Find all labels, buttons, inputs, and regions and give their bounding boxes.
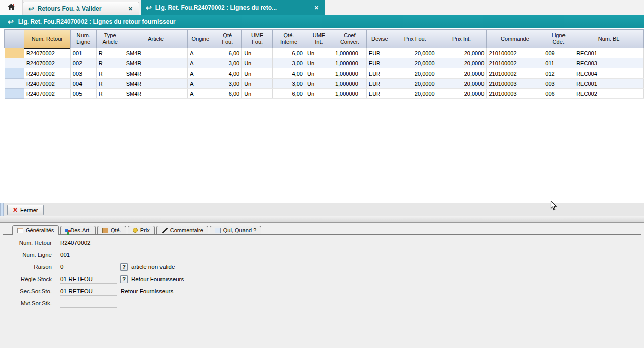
tab-commentaire[interactable]: Commentaire xyxy=(156,226,208,234)
cell[interactable]: 003 xyxy=(543,79,574,89)
cell[interactable]: 20,0000 xyxy=(393,79,437,89)
cell[interactable]: A xyxy=(188,48,213,58)
cell[interactable]: 1,000000 xyxy=(333,79,366,89)
cell[interactable]: R xyxy=(96,89,124,99)
column-header[interactable]: Commande xyxy=(487,30,543,48)
cell[interactable]: 20,0000 xyxy=(393,68,437,79)
cell[interactable]: 006 xyxy=(543,89,574,99)
cell[interactable]: 1,000000 xyxy=(333,48,366,58)
column-header[interactable]: Type Article xyxy=(96,30,124,48)
cell[interactable]: 210100002 xyxy=(487,48,543,58)
field-value[interactable]: 01-RETFOU xyxy=(60,275,117,284)
close-icon[interactable]: ✕ xyxy=(313,5,320,11)
cell[interactable]: SM4R xyxy=(124,68,188,79)
cell[interactable]: 6,00 xyxy=(213,48,242,58)
column-header[interactable]: Article xyxy=(124,30,188,48)
cell[interactable]: 3,00 xyxy=(273,79,305,89)
cell[interactable]: R24070002 xyxy=(24,48,70,58)
column-header[interactable]: UME Int. xyxy=(305,30,333,48)
column-header[interactable]: Prix Fou. xyxy=(393,30,437,48)
cell[interactable]: Un xyxy=(242,79,273,89)
cell[interactable]: 20,0000 xyxy=(393,58,437,68)
cell[interactable]: 009 xyxy=(543,48,574,58)
cell[interactable]: 1,000000 xyxy=(333,58,366,68)
cell[interactable]: R24070002 xyxy=(24,58,70,68)
row-selector[interactable] xyxy=(5,89,24,99)
cell[interactable]: EUR xyxy=(366,68,393,79)
tab-des-art[interactable]: Des.Art. xyxy=(60,226,96,234)
tab-retours-a-valider[interactable]: ↩ Retours Fou. à Valider ✕ xyxy=(23,2,139,15)
cell[interactable]: 011 xyxy=(543,58,574,68)
column-header[interactable]: Coef Conver. xyxy=(333,30,366,48)
cell[interactable]: REC001 xyxy=(574,48,644,58)
cell[interactable]: 20,0000 xyxy=(393,89,437,99)
cell[interactable]: Un xyxy=(305,79,333,89)
tab-qui-quand[interactable]: Qui, Quand ? xyxy=(210,226,261,234)
cell[interactable]: SM4R xyxy=(124,79,188,89)
field-value[interactable]: 0 xyxy=(60,263,117,271)
tab-generalites[interactable]: Généralités xyxy=(12,225,59,235)
cell[interactable]: 20,0000 xyxy=(393,48,437,58)
cell[interactable]: A xyxy=(188,79,213,89)
column-header[interactable]: Num. Retour xyxy=(24,30,70,48)
cell[interactable]: Un xyxy=(242,58,273,68)
cell[interactable]: R xyxy=(96,58,124,68)
cell[interactable]: 20,0000 xyxy=(437,89,487,99)
cell[interactable]: EUR xyxy=(366,89,393,99)
column-header[interactable]: UME Fou. xyxy=(242,30,273,48)
cell[interactable]: A xyxy=(188,58,213,68)
column-header[interactable]: Num. BL xyxy=(574,30,644,48)
cell[interactable]: R24070002 xyxy=(24,89,70,99)
cell[interactable]: Un xyxy=(305,89,333,99)
cell[interactable]: 210100003 xyxy=(487,89,543,99)
cell[interactable]: REC002 xyxy=(574,89,644,99)
cell[interactable]: 1,000000 xyxy=(333,89,366,99)
cell[interactable]: EUR xyxy=(366,58,393,68)
column-header[interactable]: Ligne Cde. xyxy=(543,30,574,48)
field-value[interactable] xyxy=(60,299,117,308)
field-value[interactable]: 01-RETFOU xyxy=(60,287,117,296)
row-selector[interactable] xyxy=(5,48,24,58)
cell[interactable]: 3,00 xyxy=(213,58,242,68)
cell[interactable]: R xyxy=(96,79,124,89)
cell[interactable]: REC003 xyxy=(574,58,644,68)
cell[interactable]: Un xyxy=(242,68,273,79)
column-header[interactable]: Origine xyxy=(188,30,213,48)
column-header[interactable]: Devise xyxy=(366,30,393,48)
cell[interactable]: 20,0000 xyxy=(437,48,487,58)
row-selector[interactable] xyxy=(5,68,24,79)
cell[interactable]: EUR xyxy=(366,79,393,89)
close-icon[interactable]: ✕ xyxy=(127,6,134,12)
cell[interactable]: R24070002 xyxy=(24,79,70,89)
cell[interactable]: 6,00 xyxy=(213,89,242,99)
cell[interactable]: 6,00 xyxy=(273,48,305,58)
cell[interactable]: 3,00 xyxy=(273,58,305,68)
splitter-grip[interactable] xyxy=(0,203,4,216)
cell[interactable]: REC004 xyxy=(574,68,644,79)
cell[interactable]: 20,0000 xyxy=(437,58,487,68)
cell[interactable]: 002 xyxy=(70,58,96,68)
cell[interactable]: 210100002 xyxy=(487,68,543,79)
column-header[interactable]: Qté Fou. xyxy=(213,30,242,48)
column-header[interactable]: Num. Ligne xyxy=(70,30,96,48)
cell[interactable]: 210100003 xyxy=(487,79,543,89)
cell[interactable]: 012 xyxy=(543,68,574,79)
cell[interactable]: Un xyxy=(305,48,333,58)
fermer-button[interactable]: ✕ Fermer xyxy=(7,205,44,215)
tab-qte[interactable]: Qté. xyxy=(97,226,126,234)
cell[interactable]: 003 xyxy=(70,68,96,79)
horizontal-splitter[interactable] xyxy=(0,216,644,223)
cell[interactable]: 001 xyxy=(70,48,96,58)
cell[interactable]: REC001 xyxy=(574,79,644,89)
row-selector[interactable] xyxy=(5,79,24,89)
cell[interactable]: 004 xyxy=(70,79,96,89)
cell[interactable]: R xyxy=(96,68,124,79)
cell[interactable]: 3,00 xyxy=(213,79,242,89)
cell[interactable]: Un xyxy=(242,48,273,58)
cell[interactable]: 005 xyxy=(70,89,96,99)
cell[interactable]: EUR xyxy=(366,48,393,58)
cell[interactable]: 20,0000 xyxy=(437,79,487,89)
column-header[interactable]: Prix Int. xyxy=(437,30,487,48)
cell[interactable]: Un xyxy=(305,68,333,79)
tab-prix[interactable]: Prix xyxy=(128,226,155,234)
